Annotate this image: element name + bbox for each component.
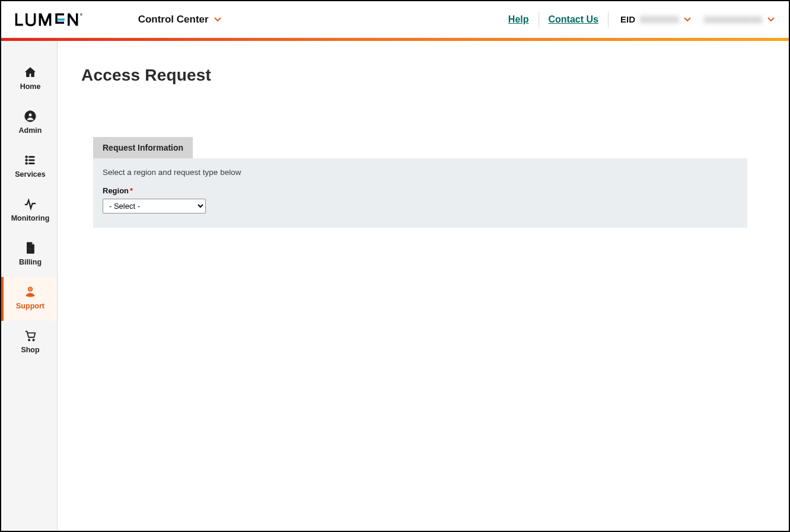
support-hand-icon: [24, 285, 37, 298]
chevron-down-icon: [767, 17, 775, 22]
svg-text:®: ®: [80, 12, 84, 16]
svg-point-6: [26, 159, 28, 161]
region-field-label: Region*: [103, 186, 738, 195]
region-select[interactable]: - Select -: [103, 199, 206, 214]
required-marker: *: [130, 186, 133, 195]
svg-point-12: [30, 288, 31, 289]
user-name: xxxxxxxxxx: [704, 14, 763, 25]
sidebar-item-monitoring[interactable]: Monitoring: [1, 189, 57, 233]
invoice-icon: $≡: [24, 241, 37, 254]
request-information-panel: Select a region and request type below R…: [93, 158, 747, 228]
svg-point-3: [28, 113, 32, 117]
eid-prefix: EID: [620, 14, 635, 24]
workspace-switcher-label: Control Center: [138, 14, 209, 26]
svg-rect-0: [58, 18, 65, 20]
contact-us-link[interactable]: Contact Us: [539, 14, 608, 25]
sidebar-item-home[interactable]: Home: [1, 58, 57, 101]
svg-point-13: [28, 339, 30, 341]
page-title: Access Request: [81, 66, 765, 85]
svg-rect-5: [28, 157, 34, 158]
sidebar-item-support[interactable]: Support: [1, 277, 57, 321]
sidebar-item-services[interactable]: Services: [1, 145, 57, 189]
sidebar-item-label: Admin: [19, 126, 42, 135]
panel-instruction: Select a region and request type below: [103, 168, 738, 177]
form-panel-wrap: Request Information Select a region and …: [81, 137, 765, 228]
svg-rect-9: [28, 163, 34, 164]
chevron-down-icon: [214, 17, 221, 22]
user-circle-icon: [24, 110, 37, 123]
svg-point-14: [33, 339, 34, 341]
sidebar-item-label: Support: [16, 302, 44, 310]
app-header: ® Control Center Help Contact Us EID XXX…: [1, 1, 789, 38]
header-links: Help Contact Us EID XXXXXX xxxxxxxxxx: [499, 12, 775, 27]
eid-switcher[interactable]: EID XXXXXX: [609, 14, 691, 24]
list-icon: [24, 154, 37, 167]
tab-request-information[interactable]: Request Information: [93, 137, 193, 158]
sidebar-nav: Home Admin Services Monitoring: [1, 41, 58, 531]
sidebar-item-label: Home: [20, 82, 41, 91]
cart-icon: [24, 329, 37, 342]
sidebar-item-label: Services: [15, 170, 45, 179]
svg-point-4: [26, 156, 28, 158]
eid-value: XXXXXX: [640, 14, 679, 24]
svg-point-8: [26, 163, 28, 165]
chevron-down-icon: [684, 17, 691, 22]
sidebar-item-label: Monitoring: [11, 214, 50, 222]
svg-text:$≡: $≡: [28, 246, 33, 251]
main-layout: Home Admin Services Monitoring: [1, 41, 789, 531]
sidebar-item-shop[interactable]: Shop: [1, 321, 57, 365]
brand-logo: ®: [14, 12, 97, 27]
home-icon: [24, 66, 37, 79]
sidebar-item-label: Shop: [21, 346, 39, 354]
user-menu[interactable]: xxxxxxxxxx: [691, 14, 775, 25]
lumen-logo-icon: ®: [14, 12, 97, 27]
svg-rect-7: [28, 160, 34, 161]
help-link[interactable]: Help: [499, 14, 539, 25]
page-content: Access Request Request Information Selec…: [58, 41, 789, 531]
activity-icon: [24, 197, 37, 211]
sidebar-item-admin[interactable]: Admin: [1, 101, 57, 145]
workspace-switcher[interactable]: Control Center: [138, 14, 221, 26]
region-label-text: Region: [103, 186, 129, 195]
sidebar-item-billing[interactable]: $≡ Billing: [1, 233, 57, 277]
sidebar-item-label: Billing: [19, 258, 42, 266]
